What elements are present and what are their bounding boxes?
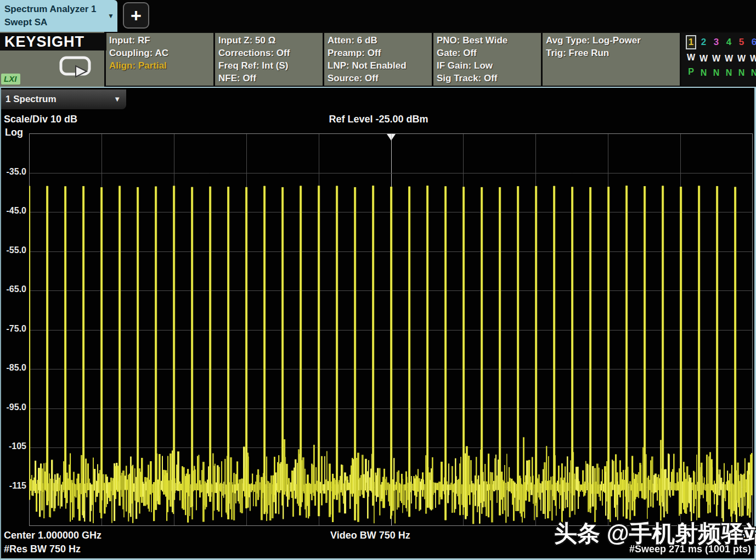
tab-spectrum-analyzer-1[interactable]: Spectrum Analyzer 1 Swept SA ▼: [0, 0, 117, 32]
header-setting-line: Preamp: Off: [328, 47, 432, 59]
trace-detector-letter: P: [685, 66, 697, 80]
header-setting-line: Trig: Free Run: [546, 47, 680, 59]
amplitude-tick-label: -35.0: [1, 167, 26, 177]
header-settings-column-2[interactable]: Input Z: 50 ΩCorrections: OffFreq Ref: I…: [215, 33, 323, 86]
header-setting-line: Align: Partial: [109, 59, 213, 72]
header-setting-line: Gate: Off: [437, 47, 541, 59]
scale-type-label[interactable]: Log: [5, 127, 23, 138]
trace-type-letter: W: [735, 51, 748, 67]
trace-type-letter: W: [710, 51, 723, 67]
window-title-label: 1 Spectrum: [1, 94, 57, 104]
header-setting-line: IF Gain: Low: [437, 59, 541, 72]
amplitude-tick-label: -85.0: [1, 363, 26, 373]
trace-indicator-1[interactable]: 1WP: [685, 35, 697, 81]
brand-block: KEYSIGHT LXI: [0, 32, 104, 87]
trace-detector-letter: N: [697, 67, 710, 81]
amplitude-tick-label: -95.0: [1, 402, 26, 412]
trace-number: 1: [686, 35, 696, 49]
tab-bar: Spectrum Analyzer 1 Swept SA ▼ +: [0, 0, 756, 32]
trace-indicator-4[interactable]: 4WN: [723, 35, 735, 81]
trace-indicator-3[interactable]: 3WN: [710, 35, 723, 81]
tab-dropdown-caret-icon[interactable]: ▼: [108, 12, 114, 20]
spectrum-analyzer-screen: Spectrum Analyzer 1 Swept SA ▼ + KEYSIGH…: [0, 0, 756, 560]
header-setting-line: Coupling: AC: [109, 47, 213, 59]
amplitude-tick-label: -65.0: [1, 284, 26, 294]
header-setting-line: Avg Type: Log-Power: [546, 34, 680, 47]
ref-level-label[interactable]: Ref Level -25.00 dBm: [291, 114, 466, 125]
amplitude-tick-label: -115: [1, 481, 26, 491]
tab-title-line1: Spectrum Analyzer 1: [4, 3, 97, 16]
trace-indicator-6[interactable]: 6WN: [748, 35, 756, 81]
trace-number: 3: [710, 35, 723, 51]
lxi-badge: LXI: [1, 74, 20, 85]
center-frequency-annotation[interactable]: Center 1.000000 GHz: [4, 530, 101, 541]
amplitude-tick-label: -45.0: [1, 206, 26, 216]
trace-detector-letter: N: [735, 67, 748, 81]
continuous-sweep-icon[interactable]: [59, 56, 93, 80]
trace-detector-letter: N: [710, 67, 723, 81]
window-title-dropdown[interactable]: 1 Spectrum ▼: [1, 89, 126, 109]
header-setting-line: LNP: Not Enabled: [328, 59, 432, 72]
measurement-display: 1 Spectrum ▼ Scale/Div 10 dB Log Ref Lev…: [0, 87, 756, 560]
trace-number: 4: [723, 35, 735, 51]
amplitude-tick-label: -105: [1, 441, 26, 451]
trace-status-panel: 1WP2WN3WN4WN5WN6WN: [681, 33, 756, 86]
amplitude-tick-label: -75.0: [1, 324, 26, 334]
header-setting-line: PNO: Best Wide: [437, 34, 541, 47]
header-setting-line: Corrections: Off: [218, 47, 323, 59]
trace-number: 2: [697, 35, 710, 51]
header-settings-column-4[interactable]: PNO: Best WideGate: OffIF Gain: LowSig T…: [433, 33, 541, 86]
trace-indicator-2[interactable]: 2WN: [697, 35, 710, 81]
keysight-logo: KEYSIGHT: [0, 33, 106, 51]
tab-title: Spectrum Analyzer 1 Swept SA: [4, 3, 97, 29]
window-dropdown-caret-icon: ▼: [114, 89, 121, 109]
header-settings-column-3[interactable]: Atten: 6 dBPreamp: OffLNP: Not EnabledSo…: [324, 33, 432, 86]
res-bw-annotation[interactable]: #Res BW 750 Hz: [4, 544, 81, 555]
header-setting-line: Input Z: 50 Ω: [218, 34, 323, 47]
trace-indicator-5[interactable]: 5WN: [735, 35, 748, 81]
system-settings-bar: KEYSIGHT LXI Input: RFCoupling: ACAlign:…: [0, 32, 756, 87]
tab-title-line2: Swept SA: [4, 16, 97, 29]
header-setting-line: NFE: Off: [218, 72, 323, 85]
header-setting-line: Freq Ref: Int (S): [218, 59, 323, 72]
amplitude-tick-label: -55.0: [1, 245, 26, 255]
watermark-text: 头条 @手机射频驿站: [554, 518, 756, 549]
trace-detector-letter: N: [748, 67, 756, 81]
header-setting-line: Input: RF: [109, 34, 213, 47]
trace-number: 6: [748, 35, 756, 51]
header-setting-line: Sig Track: Off: [437, 72, 541, 85]
scale-per-div-label[interactable]: Scale/Div 10 dB: [4, 114, 77, 125]
add-tab-button[interactable]: +: [123, 2, 149, 29]
spectrum-trace-plot[interactable]: [29, 133, 753, 526]
trace-type-letter: W: [685, 49, 697, 66]
header-settings-column-1[interactable]: Input: RFCoupling: ACAlign: Partial: [106, 33, 213, 86]
trace-number: 5: [735, 35, 748, 51]
header-setting-line: Atten: 6 dB: [328, 34, 432, 47]
trace-detector-letter: N: [723, 67, 735, 81]
trace-type-letter: W: [748, 51, 756, 67]
trace-type-letter: W: [723, 51, 735, 67]
trace-type-letter: W: [697, 51, 710, 67]
header-settings-columns: Input: RFCoupling: ACAlign: PartialInput…: [104, 32, 680, 87]
video-bw-annotation[interactable]: Video BW 750 Hz: [330, 530, 410, 541]
header-setting-line: Source: Off: [328, 72, 432, 85]
header-settings-column-5[interactable]: Avg Type: Log-PowerTrig: Free Run: [543, 33, 680, 86]
